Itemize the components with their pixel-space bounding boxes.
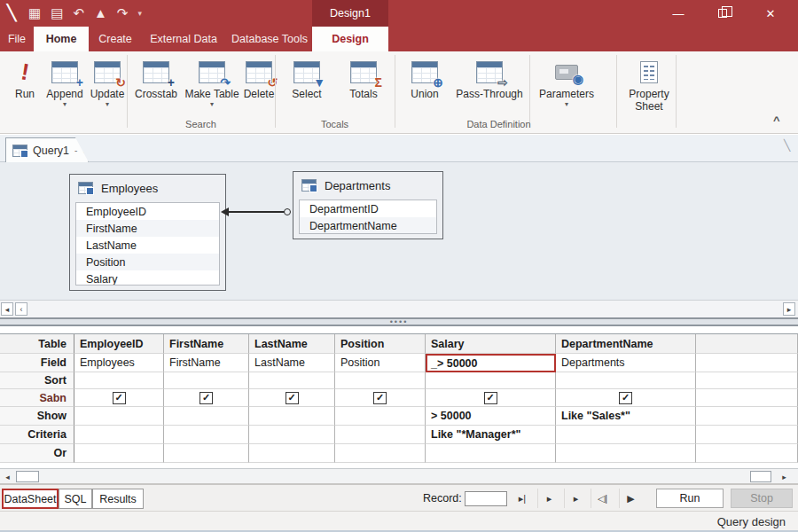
results-view-button[interactable]: Results [92, 489, 144, 509]
run-query-button[interactable]: Run [656, 489, 724, 508]
close-tab-icon[interactable]: ✕ [82, 145, 90, 155]
column-header[interactable]: EmployeeID [74, 334, 164, 354]
tab-home[interactable]: Home [34, 27, 89, 51]
tab-external-data[interactable]: External Data [142, 27, 225, 51]
employees-table-box[interactable]: Employees EmployeeID FirstName LastName … [69, 174, 226, 291]
field-item[interactable]: Position [76, 254, 219, 270]
sort-cell[interactable] [74, 372, 164, 389]
sort-cell[interactable] [164, 372, 249, 389]
tab-file[interactable]: File [0, 27, 34, 51]
field-item[interactable]: FirstName [76, 220, 219, 237]
sql-view-button[interactable]: SQL [59, 489, 92, 509]
sort-cell[interactable] [249, 372, 335, 389]
scroll-left-icon[interactable]: ‹ [15, 302, 27, 316]
departments-table-box[interactable]: Departments DepartmentID DepartmentName [293, 171, 443, 239]
query1-tab[interactable]: Query1 - ✕ [5, 137, 89, 162]
or-cell[interactable] [249, 444, 335, 463]
union-button[interactable]: ⊕ Union [403, 56, 447, 100]
run-button[interactable]: ! Run [7, 56, 43, 100]
sort-cell[interactable] [556, 372, 696, 389]
column-header[interactable]: LastName [249, 334, 335, 354]
warning-icon[interactable]: ▲ [94, 4, 107, 22]
field-item[interactable]: LastName [76, 237, 219, 254]
criteria-cell[interactable] [164, 426, 249, 444]
nav-forward-icon[interactable]: ▸ [564, 489, 587, 508]
sort-cell[interactable] [335, 372, 426, 389]
field-cell[interactable]: Departments [556, 354, 696, 372]
criteria-cell[interactable]: Like "Sales*" [556, 407, 696, 426]
checkbox-checked[interactable]: ✓ [619, 392, 632, 404]
field-cell-selected[interactable]: _> 50000 [426, 354, 556, 372]
or-cell[interactable] [696, 444, 798, 463]
criteria-cell[interactable]: > 50000 [426, 407, 556, 426]
checkbox-checked[interactable]: ✓ [373, 392, 387, 404]
qat-dropdown-icon[interactable]: ▾ [137, 4, 142, 22]
column-header[interactable]: FirstName [164, 334, 249, 354]
criteria-cell[interactable] [556, 426, 696, 444]
field-item[interactable]: DepartmentID [300, 200, 436, 217]
redo-icon[interactable]: ↷ [117, 4, 129, 22]
append-button[interactable]: + Append ▾ [44, 56, 85, 109]
record-number-input[interactable] [465, 491, 507, 506]
join-line[interactable] [228, 211, 286, 213]
criteria-cell[interactable] [249, 426, 335, 444]
pane-splitter[interactable]: •••• [0, 317, 798, 326]
tab-create[interactable]: Create [92, 27, 138, 51]
canvas-scrollbar[interactable]: ◂ ‹ ▸ [0, 300, 798, 317]
column-header[interactable]: Position [335, 334, 426, 354]
nav-play-icon[interactable]: ▶ [619, 489, 642, 508]
criteria-cell[interactable] [74, 407, 164, 426]
field-item[interactable]: DepartmentName [300, 217, 436, 234]
criteria-cell[interactable]: Like "*Manager*" [426, 426, 556, 444]
checkbox-checked[interactable]: ✓ [113, 392, 126, 404]
nav-next-icon[interactable]: ▸ [537, 489, 560, 508]
criteria-cell[interactable] [335, 426, 426, 444]
relationships-icon[interactable]: ▤ [51, 4, 63, 22]
delete-button[interactable]: ↺ Delete [240, 56, 278, 100]
or-cell[interactable] [164, 444, 249, 463]
select-button[interactable]: ▼ Select [284, 56, 330, 100]
tab-database-tools[interactable]: Database Tools [229, 27, 310, 51]
totals-button[interactable]: Σ Totals [340, 56, 387, 100]
crosstab-button[interactable]: + Crosstab [130, 56, 182, 100]
scroll-right-icon[interactable]: ▸ [778, 471, 790, 482]
pass-through-button[interactable]: ⇨ Pass-Through [449, 56, 530, 100]
criteria-cell[interactable] [164, 407, 249, 426]
grid-scrollbar[interactable]: ◂ ▸ [0, 468, 798, 483]
field-cell[interactable]: LastName [249, 354, 335, 372]
datasheet-view-button[interactable]: DataSheet [2, 489, 59, 509]
field-item[interactable]: EmployeeID [76, 203, 219, 220]
scrollbar-thumb[interactable] [750, 471, 771, 482]
minimize-button[interactable]: — [663, 0, 693, 27]
criteria-cell[interactable] [696, 426, 798, 444]
field-cell[interactable] [696, 354, 798, 372]
column-header-empty[interactable] [696, 334, 798, 354]
column-header[interactable]: Salary [426, 334, 556, 354]
scroll-left-icon[interactable]: ◂ [2, 471, 13, 482]
checkbox-checked[interactable]: ✓ [200, 392, 213, 404]
collapse-ribbon-icon[interactable]: ^ [773, 113, 780, 127]
field-cell[interactable]: Position [335, 354, 426, 372]
update-button[interactable]: ↻ Update ▾ [87, 56, 128, 109]
column-header[interactable]: DepartmentName [556, 334, 696, 354]
or-cell[interactable] [74, 444, 164, 463]
undo-icon[interactable]: ↶ [73, 4, 84, 22]
scroll-right-icon[interactable]: ▸ [783, 302, 795, 316]
tab-design[interactable]: Design [312, 27, 388, 51]
field-cell[interactable]: FirstName [164, 354, 249, 372]
or-cell[interactable] [426, 444, 556, 463]
nav-last-icon[interactable]: ▸| [511, 489, 534, 508]
show-cell[interactable] [696, 389, 798, 407]
close-button[interactable]: ✕ [755, 0, 786, 27]
criteria-cell[interactable] [335, 407, 426, 426]
or-cell[interactable] [556, 444, 696, 463]
nav-previous-icon[interactable]: ◁| [591, 489, 614, 508]
scroll-left-icon[interactable]: ◂ [1, 302, 13, 316]
field-item[interactable]: Salary [76, 270, 219, 286]
field-cell[interactable]: Employees [74, 354, 164, 372]
checkbox-checked[interactable]: ✓ [286, 392, 299, 404]
criteria-cell[interactable] [249, 407, 335, 426]
criteria-cell[interactable] [696, 407, 798, 426]
make-table-button[interactable]: ↷ Make Table ▾ [184, 56, 240, 109]
property-sheet-button[interactable]: Property Sheet [622, 56, 676, 113]
